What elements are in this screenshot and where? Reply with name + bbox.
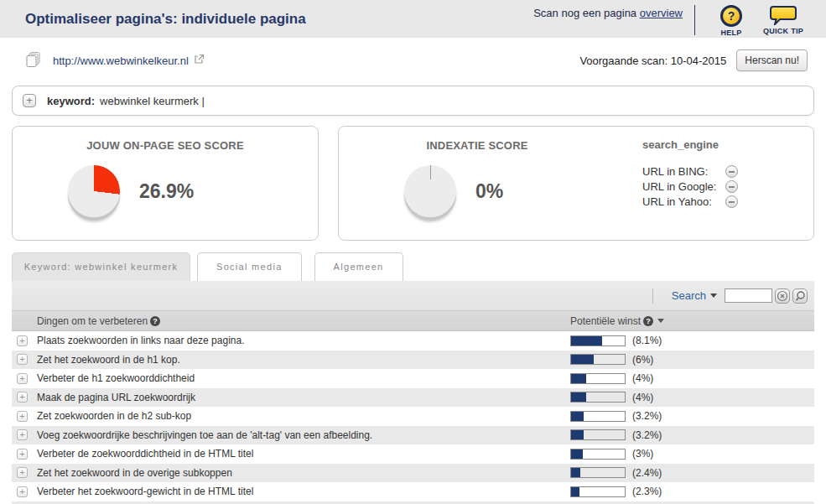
- table-row: + Plaats zoekwoorden in links naar deze …: [12, 331, 814, 351]
- tab-social-media[interactable]: Social media: [197, 252, 302, 281]
- expand-row-icon[interactable]: +: [17, 373, 28, 384]
- gain-bar: [570, 429, 626, 440]
- potential-gain-label: Potentiële winst: [570, 315, 641, 327]
- expand-row-icon[interactable]: +: [17, 449, 28, 460]
- bing-label: URL in BING:: [642, 165, 722, 178]
- indexation-col: INDEXATIE SCORE 0%: [339, 127, 616, 240]
- indexation-pie-row: 0%: [339, 165, 616, 217]
- tab-algemeen[interactable]: Algemeen: [314, 252, 403, 281]
- expand-row-icon[interactable]: +: [17, 392, 28, 403]
- tab-keyword[interactable]: Keyword: webwinkel keurmerk: [12, 252, 190, 281]
- gain-bar: [570, 486, 626, 497]
- search-dropdown[interactable]: Search: [672, 289, 706, 302]
- overview-link[interactable]: overview: [640, 7, 683, 19]
- gain-bar-fill: [571, 355, 594, 364]
- row-text: Verbeter de h1 zoekwoorddichtheid: [37, 372, 570, 384]
- gain-percent: (4%): [632, 372, 653, 384]
- seo-pie-row: 26.9%: [13, 165, 318, 217]
- gain-bar: [570, 449, 626, 460]
- row-text: Zet het zoekwoord in de h1 kop.: [37, 354, 570, 366]
- col-potential-gain[interactable]: Potentiële winst ?: [570, 315, 814, 327]
- bottom-strip: [12, 501, 814, 504]
- scan-another-text: Scan nog een pagina overview: [533, 7, 683, 19]
- external-link-icon[interactable]: [194, 54, 205, 65]
- row-gain-cell: (3%): [570, 448, 814, 460]
- header-right: Scan nog een pagina overview ? HELP QUIC…: [533, 0, 809, 37]
- gain-bar-fill: [571, 336, 602, 346]
- minus-icon: [725, 165, 738, 178]
- previous-scan-text: Voorgaande scan: 10-04-2015: [579, 55, 726, 67]
- expand-row-icon[interactable]: +: [17, 429, 28, 440]
- table-row: + Verbeter de zoekwoorddichtheid in de H…: [12, 444, 814, 464]
- indexation-panel: INDEXATIE SCORE 0% search_engine URL in …: [338, 126, 814, 241]
- help-icon: ?: [720, 5, 742, 27]
- rescan-button[interactable]: Herscan nu!: [736, 49, 808, 71]
- page: Optimaliseer pagina's: individuele pagin…: [0, 0, 826, 504]
- gain-bar: [570, 392, 626, 403]
- keyword-input[interactable]: webwinkel keurmerk |: [100, 95, 205, 107]
- table-row: + Verbeter de h1 zoekwoorddichtheid (4%): [12, 369, 814, 388]
- table-row: + Verbeter het zoekwoord-gewicht in de H…: [12, 482, 814, 501]
- row-gain-cell: (3.2%): [570, 429, 814, 441]
- expand-row-icon[interactable]: +: [17, 354, 28, 365]
- seo-score-value: 26.9%: [139, 180, 194, 203]
- add-keyword-icon[interactable]: +: [23, 94, 36, 107]
- chevron-down-icon[interactable]: [710, 294, 717, 298]
- row-text: Verbeter de zoekwoorddichtheid in de HTM…: [37, 448, 570, 460]
- clear-search-button[interactable]: [775, 288, 790, 304]
- top-header: Optimaliseer pagina's: individuele pagin…: [0, 0, 826, 38]
- row-text: Zet het zoekwoord in de overige subkoppe…: [37, 467, 570, 479]
- gain-bar-fill: [571, 468, 580, 477]
- engine-row-yahoo: URL in Yahoo:: [642, 195, 738, 208]
- engine-row-bing: URL in BING:: [642, 165, 738, 178]
- row-text: Plaats zoekwoorden in links naar deze pa…: [37, 335, 570, 346]
- table-row: + Zet zoekwoorden in de h2 sub-kop (3.2%…: [12, 407, 814, 426]
- table-row: + Zet het zoekwoord in de h1 kop. (6%): [12, 351, 814, 370]
- indexation-title: INDEXATIE SCORE: [339, 139, 616, 152]
- search-button[interactable]: [792, 288, 808, 304]
- row-text: Zet zoekwoorden in de h2 sub-kop: [37, 410, 570, 422]
- gain-bar-fill: [571, 374, 586, 383]
- expand-row-icon[interactable]: +: [17, 411, 28, 422]
- gain-percent: (2.3%): [632, 486, 662, 497]
- search-engines-col: search_engine URL in BING: URL in Google…: [642, 127, 813, 240]
- expand-row-icon[interactable]: +: [17, 486, 28, 497]
- toolbar-divider: [652, 288, 653, 304]
- row-gain-cell: (2.3%): [570, 486, 814, 497]
- expand-row-icon[interactable]: +: [17, 467, 28, 478]
- expand-row-icon[interactable]: +: [17, 335, 28, 346]
- improvement-list: + Plaats zoekwoorden in links naar deze …: [12, 331, 814, 501]
- quicktip-button[interactable]: QUICK TIP: [757, 5, 809, 35]
- row-gain-cell: (4%): [570, 372, 814, 384]
- row-text: Maak de pagina URL zoekwoordrijk: [37, 392, 570, 403]
- header-divider: [694, 5, 695, 35]
- help-label: HELP: [720, 29, 741, 37]
- help-button[interactable]: ? HELP: [705, 5, 757, 37]
- indexation-pie-chart: [404, 165, 456, 217]
- quicktip-label: QUICK TIP: [763, 27, 803, 35]
- table-row: + Zet het zoekwoord in de overige subkop…: [12, 464, 814, 483]
- table-row: + Voeg zoekwoordrijke beschrijvingen toe…: [12, 426, 814, 445]
- gain-percent: (3%): [632, 448, 653, 460]
- gain-percent: (6%): [632, 354, 653, 366]
- score-panels: JOUW ON-PAGE SEO SCORE 26.9% INDEXATIE S…: [12, 126, 814, 241]
- indexation-score-value: 0%: [475, 180, 503, 203]
- yahoo-label: URL in Yahoo:: [642, 195, 722, 208]
- keyword-label: keyword:: [47, 95, 95, 107]
- gain-bar-fill: [571, 392, 586, 402]
- row-gain-cell: (8.1%): [570, 335, 814, 346]
- search-engine-title: search_engine: [642, 138, 738, 151]
- help-tooltip-icon[interactable]: ?: [150, 316, 160, 326]
- table-header: Dingen om te verbeteren ? Potentiële win…: [12, 310, 814, 331]
- row-gain-cell: (6%): [570, 354, 814, 366]
- close-icon: [777, 290, 788, 302]
- pages-icon[interactable]: [25, 51, 42, 70]
- engine-row-google: URL in Google:: [642, 180, 738, 193]
- search-input[interactable]: [725, 288, 772, 303]
- minus-icon: [725, 195, 738, 208]
- gain-percent: (3.2%): [632, 410, 662, 422]
- help-tooltip-icon: ?: [643, 316, 653, 326]
- minus-icon: [725, 180, 738, 193]
- row-text: Voeg zoekwoordrijke beschrijvingen toe a…: [37, 429, 570, 441]
- seo-panel-title: JOUW ON-PAGE SEO SCORE: [13, 139, 318, 152]
